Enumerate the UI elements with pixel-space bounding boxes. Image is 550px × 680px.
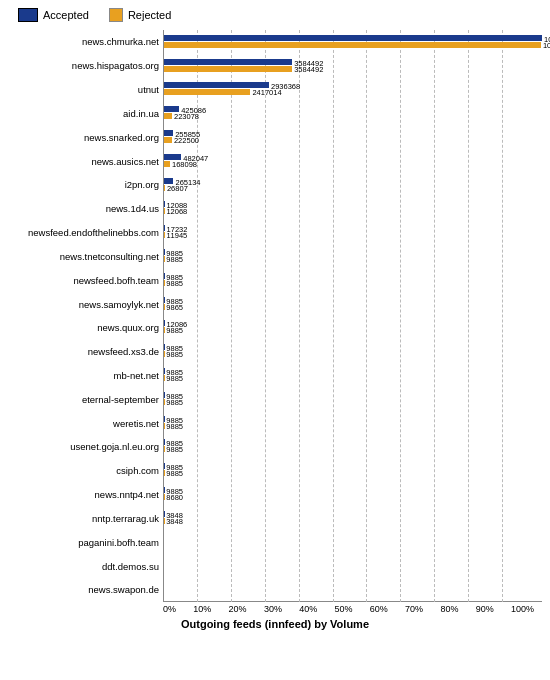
bar-row: 255855222500 [164,125,542,149]
rejected-value-label: 9885 [166,422,183,431]
rejected-value-label: 8680 [166,493,183,502]
y-label: i2pn.org [8,173,163,197]
y-label: utnut [8,78,163,102]
y-label: news.snarked.org [8,125,163,149]
bar-row: 1723211945 [164,220,542,244]
accepted-bar [164,130,173,136]
rejected-value-label: 9885 [166,326,183,335]
bar-row: 98858680 [164,482,542,506]
y-label: weretis.net [8,411,163,435]
rejected-value-label: 9885 [166,374,183,383]
bar-row: 425086223078 [164,101,542,125]
accepted-bar [164,35,542,41]
rejected-value-label: 11945 [166,231,187,240]
bar-row: 98859865 [164,292,542,316]
y-label: news.hispagatos.org [8,54,163,78]
y-label: news.nntp4.net [8,483,163,507]
bar-group: 98859885 [164,249,542,263]
bar-row [164,577,542,601]
rejected-value-label: 3584492 [294,65,323,74]
bar-group: 98859885 [164,416,542,430]
x-axis-label: 50% [334,604,352,614]
x-axis-label: 60% [370,604,388,614]
legend: Accepted Rejected [18,8,542,22]
x-axis-labels: 0%10%20%30%40%50%60%70%80%90%100% [163,604,534,614]
chart-title: Outgoing feeds (innfeed) by Volume [8,618,542,630]
rejected-value-label: 168098 [172,160,197,169]
rejected-bar [164,42,541,48]
x-axis-label: 10% [193,604,211,614]
bar-group: 1723211945 [164,225,542,239]
y-label: newsfeed.bofh.team [8,268,163,292]
x-axis-label: 30% [264,604,282,614]
accepted-color-box [18,8,38,22]
rejected-value-label: 3848 [166,517,183,526]
rejected-bar [164,137,172,143]
accepted-bar [164,225,165,231]
bar-rows: 1057251210543199358449235844922936368241… [163,30,542,602]
y-label: aid.in.ua [8,101,163,125]
bar-row: 98859885 [164,411,542,435]
rejected-color-box [109,8,123,22]
bar-group: 35844923584492 [164,59,542,73]
y-label: paganini.bofh.team [8,530,163,554]
bar-group: 98859885 [164,392,542,406]
bar-group: 98859885 [164,368,542,382]
bar-group [164,582,542,596]
bar-row [164,530,542,554]
y-label: newsfeed.xs3.de [8,340,163,364]
y-label: news.1d4.us [8,197,163,221]
bar-row: 1208812068 [164,197,542,221]
bar-row: 98859885 [164,387,542,411]
x-axis-label: 40% [299,604,317,614]
y-label: news.chmurka.net [8,30,163,54]
bar-row: 98859885 [164,244,542,268]
y-label: news.quux.org [8,316,163,340]
rejected-value-label: 9865 [166,303,183,312]
bar-row: 482047168098 [164,149,542,173]
y-label: ddt.demos.su [8,554,163,578]
rejected-value-label: 26807 [167,184,188,193]
accepted-label: Accepted [43,9,89,21]
y-axis-labels: news.chmurka.netnews.hispagatos.orgutnut… [8,30,163,602]
bar-row: 98859885 [164,435,542,459]
bar-group: 482047168098 [164,154,542,168]
bar-group: 98859885 [164,463,542,477]
x-axis-label: 80% [440,604,458,614]
x-axis-label: 90% [476,604,494,614]
bar-row: 98859885 [164,268,542,292]
bar-group: 98859885 [164,273,542,287]
rejected-value-label: 9885 [166,350,183,359]
accepted-bar [164,59,292,65]
y-label: nntp.terrarag.uk [8,507,163,531]
bar-group [164,535,542,549]
bars-section: 1057251210543199358449235844922936368241… [163,30,542,602]
y-label: newsfeed.endofthelinebbs.com [8,221,163,245]
y-label: eternal-september [8,387,163,411]
rejected-label: Rejected [128,9,171,21]
rejected-bar [164,161,170,167]
y-label: news.swapon.de [8,578,163,602]
bar-group: 29363682417014 [164,82,542,96]
x-axis-label: 0% [163,604,176,614]
bar-group: 98859865 [164,297,542,311]
rejected-value-label: 9885 [166,279,183,288]
rejected-value-label: 222500 [174,136,199,145]
bar-group: 26513426807 [164,178,542,192]
bar-group: 255855222500 [164,130,542,144]
y-label: news.samoylyk.net [8,292,163,316]
y-label: news.ausics.net [8,149,163,173]
bar-group: 1057251210543199 [164,35,542,49]
bar-row: 35844923584492 [164,54,542,78]
y-label: csiph.com [8,459,163,483]
bar-group: 98859885 [164,344,542,358]
bar-row: 120869885 [164,316,542,340]
y-label: news.tnetconsulting.net [8,244,163,268]
legend-accepted: Accepted [18,8,89,22]
bar-row [164,554,542,578]
y-label: usenet.goja.nl.eu.org [8,435,163,459]
bar-row: 26513426807 [164,173,542,197]
rejected-value-label: 9885 [166,469,183,478]
rejected-value-label: 9885 [166,255,183,264]
bar-row: 98859885 [164,458,542,482]
